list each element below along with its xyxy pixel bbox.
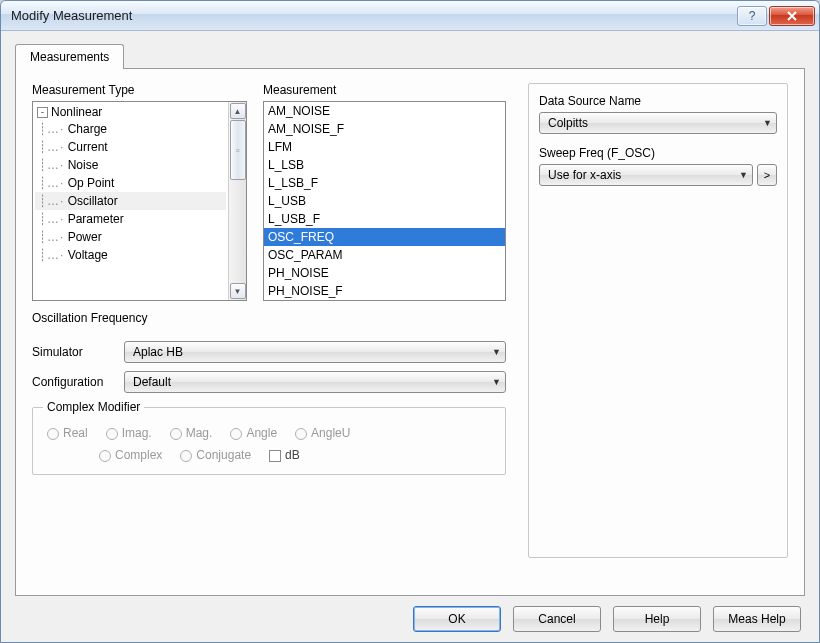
tree-item-charge[interactable]: ┊…· Charge	[35, 120, 226, 138]
tab-measurements[interactable]: Measurements	[15, 44, 124, 69]
tab-panel: Measurement Type - Nonlinear ┊…· Charge …	[15, 68, 805, 596]
close-button[interactable]	[769, 6, 815, 26]
radio-conjugate: Conjugate	[180, 448, 251, 462]
sweep-freq-combo[interactable]: Use for x-axis ▼	[539, 164, 753, 186]
radio-mag: Mag.	[170, 426, 213, 440]
radio-complex: Complex	[99, 448, 162, 462]
sweep-freq-value: Use for x-axis	[548, 168, 621, 182]
dialog-window: Modify Measurement ? Measurements Measur…	[0, 0, 820, 643]
complex-modifier-fieldset: Complex Modifier Real Imag. Mag. Angle A…	[32, 407, 506, 475]
simulator-combo[interactable]: Aplac HB ▼	[124, 341, 506, 363]
client-area: Measurements Measurement Type - Nonlinea…	[1, 31, 819, 642]
list-item[interactable]: L_USB	[264, 192, 505, 210]
left-column: Measurement Type - Nonlinear ┊…· Charge …	[32, 83, 506, 581]
ok-button[interactable]: OK	[413, 606, 501, 632]
simulator-label: Simulator	[32, 345, 124, 359]
radio-real: Real	[47, 426, 88, 440]
chevron-down-icon: ▼	[492, 377, 501, 387]
measurement-list-label: Measurement	[263, 83, 506, 97]
measurement-type-label: Measurement Type	[32, 83, 247, 97]
complex-row-1: Real Imag. Mag. Angle AngleU	[47, 426, 491, 440]
measurement-description: Oscillation Frequency	[32, 311, 506, 325]
tree-scrollbar[interactable]: ▲ ≡ ▼	[228, 102, 246, 300]
measurement-list-section: Measurement AM_NOISE AM_NOISE_F LFM L_LS…	[263, 83, 506, 301]
help-button-icon[interactable]: ?	[737, 6, 767, 26]
tree-item-current[interactable]: ┊…· Current	[35, 138, 226, 156]
tree-root-label: Nonlinear	[51, 105, 102, 119]
measurement-type-section: Measurement Type - Nonlinear ┊…· Charge …	[32, 83, 247, 301]
list-item[interactable]: L_LSB	[264, 156, 505, 174]
sweep-freq-label: Sweep Freq (F_OSC)	[539, 146, 777, 160]
window-title: Modify Measurement	[11, 8, 737, 23]
scroll-down-icon[interactable]: ▼	[230, 283, 246, 299]
list-item[interactable]: LFM	[264, 138, 505, 156]
tree-item-voltage[interactable]: ┊…· Voltage	[35, 246, 226, 264]
list-item[interactable]: L_USB_F	[264, 210, 505, 228]
tree-item-noise[interactable]: ┊…· Noise	[35, 156, 226, 174]
measurement-type-tree[interactable]: - Nonlinear ┊…· Charge ┊…· Current ┊…· N…	[32, 101, 247, 301]
configuration-combo[interactable]: Default ▼	[124, 371, 506, 393]
tree-content: - Nonlinear ┊…· Charge ┊…· Current ┊…· N…	[33, 102, 228, 300]
list-item[interactable]: PH_NOISE	[264, 264, 505, 282]
list-item[interactable]: AM_NOISE_F	[264, 120, 505, 138]
radio-imag: Imag.	[106, 426, 152, 440]
help-button[interactable]: Help	[613, 606, 701, 632]
scroll-up-icon[interactable]: ▲	[230, 103, 246, 119]
tree-collapse-icon[interactable]: -	[37, 107, 48, 118]
dialog-button-bar: OK Cancel Help Meas Help	[15, 606, 805, 632]
complex-modifier-legend: Complex Modifier	[43, 400, 144, 414]
chevron-down-icon: ▼	[763, 118, 772, 128]
checkbox-db: dB	[269, 448, 300, 462]
right-column: Data Source Name Colpitts ▼ Sweep Freq (…	[528, 83, 788, 558]
titlebar: Modify Measurement ?	[1, 1, 819, 31]
chevron-down-icon: ▼	[739, 170, 748, 180]
radio-angleu: AngleU	[295, 426, 350, 440]
complex-row-2: Complex Conjugate dB	[47, 448, 491, 462]
tree-item-oscillator[interactable]: ┊…· Oscillator	[35, 192, 226, 210]
list-item[interactable]: PH_NOISE_F	[264, 282, 505, 300]
data-source-label: Data Source Name	[539, 94, 777, 108]
scroll-thumb[interactable]: ≡	[230, 120, 246, 180]
tree-item-parameter[interactable]: ┊…· Parameter	[35, 210, 226, 228]
chevron-right-icon: >	[764, 169, 770, 181]
list-item-selected[interactable]: OSC_FREQ	[264, 228, 505, 246]
close-icon	[786, 11, 798, 21]
top-row: Measurement Type - Nonlinear ┊…· Charge …	[32, 83, 506, 301]
simulator-value: Aplac HB	[133, 345, 183, 359]
list-item[interactable]: AM_NOISE	[264, 102, 505, 120]
radio-angle: Angle	[230, 426, 277, 440]
list-item[interactable]: L_LSB_F	[264, 174, 505, 192]
tab-strip: Measurements	[15, 43, 805, 68]
tree-root-nonlinear[interactable]: - Nonlinear	[35, 104, 226, 120]
data-source-combo[interactable]: Colpitts ▼	[539, 112, 777, 134]
cancel-button[interactable]: Cancel	[513, 606, 601, 632]
sweep-next-button[interactable]: >	[757, 164, 777, 186]
data-source-value: Colpitts	[548, 116, 588, 130]
window-controls: ?	[737, 6, 815, 26]
simulator-config-grid: Simulator Aplac HB ▼ Configuration Defau…	[32, 341, 506, 393]
list-item[interactable]: OSC_PARAM	[264, 246, 505, 264]
measurement-list[interactable]: AM_NOISE AM_NOISE_F LFM L_LSB L_LSB_F L_…	[263, 101, 506, 301]
chevron-down-icon: ▼	[492, 347, 501, 357]
tree-item-op-point[interactable]: ┊…· Op Point	[35, 174, 226, 192]
configuration-value: Default	[133, 375, 171, 389]
tree-item-power[interactable]: ┊…· Power	[35, 228, 226, 246]
meas-help-button[interactable]: Meas Help	[713, 606, 801, 632]
configuration-label: Configuration	[32, 375, 124, 389]
